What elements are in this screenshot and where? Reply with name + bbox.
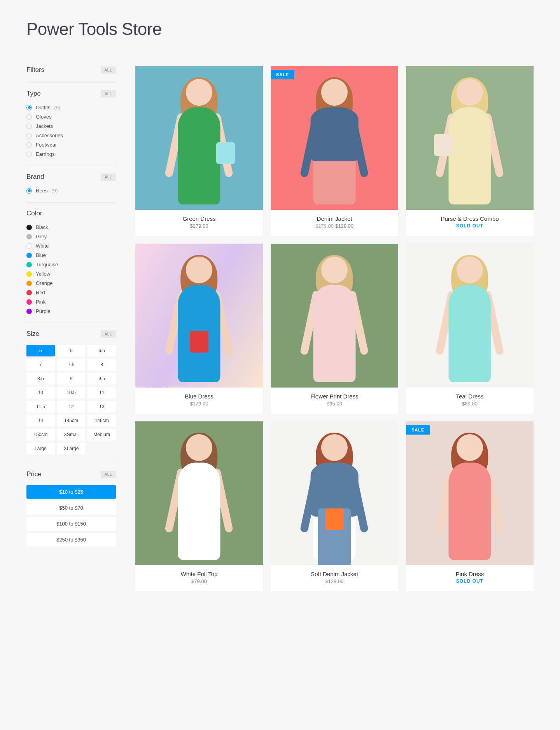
product-image xyxy=(271,244,398,388)
product-card[interactable]: Teal Dress$89.00 xyxy=(406,244,534,414)
size-option[interactable]: XSmall xyxy=(57,429,86,440)
color-heading: Color xyxy=(26,210,42,217)
size-option[interactable]: Medium xyxy=(88,429,116,440)
product-name: Soft Denim Jacket xyxy=(271,571,398,577)
product-price-value: $79.00 xyxy=(191,578,207,584)
product-image xyxy=(406,244,534,388)
size-option[interactable]: 10 xyxy=(26,387,55,398)
size-option[interactable]: 11.5 xyxy=(26,401,55,412)
size-option[interactable]: 14 xyxy=(26,415,55,426)
color-option-label: Grey xyxy=(36,234,47,239)
radio-icon xyxy=(26,142,32,148)
color-option[interactable]: Yellow xyxy=(26,271,116,277)
product-image xyxy=(406,66,534,210)
product-price-value: $129.00 xyxy=(335,223,354,229)
product-card[interactable]: Soft Denim Jacket$129.00 xyxy=(271,421,398,591)
product-name: White Frill Top xyxy=(135,571,263,577)
size-option[interactable]: 9 xyxy=(57,373,86,384)
product-image xyxy=(135,66,263,210)
size-option[interactable]: 8.5 xyxy=(26,373,55,384)
brand-option[interactable]: Rees(9) xyxy=(26,188,116,194)
size-option[interactable]: Large xyxy=(26,443,55,454)
price-all-button[interactable]: ALL xyxy=(101,471,116,478)
filters-heading: Filters xyxy=(26,66,44,74)
color-option-label: Orange xyxy=(36,280,52,286)
color-swatch-icon xyxy=(26,281,32,286)
product-card[interactable]: Purse & Dress ComboSOLD OUT xyxy=(406,66,534,236)
product-name: Pink Dress xyxy=(406,571,534,577)
color-option-label: Blue xyxy=(36,252,46,258)
size-option[interactable]: 11 xyxy=(88,387,116,398)
color-swatch-icon xyxy=(26,243,32,249)
filters-sidebar: Filters ALL Type ALL Outfits(9)GlovesJac… xyxy=(26,66,116,591)
color-option-label: Yellow xyxy=(36,271,50,277)
product-card[interactable]: Blue Dress$179.00 xyxy=(135,244,263,414)
type-option-label: Outfits xyxy=(36,105,51,110)
filters-all-button[interactable]: ALL xyxy=(101,66,116,74)
sold-out-label: SOLD OUT xyxy=(406,578,534,584)
product-card[interactable]: SALEDenim Jacket$279.00$129.00 xyxy=(271,66,398,236)
price-option[interactable]: $10 to $25 xyxy=(26,485,116,499)
color-option[interactable]: Blue xyxy=(26,252,116,258)
type-option[interactable]: Jackets xyxy=(26,123,116,129)
color-option-label: Black xyxy=(36,224,48,230)
radio-icon xyxy=(26,114,32,120)
size-option[interactable]: 9.5 xyxy=(88,373,116,384)
filter-section-size: Size ALL 566.577.588.599.51010.51111.512… xyxy=(26,323,116,463)
color-option[interactable]: Grey xyxy=(26,234,116,239)
size-heading: Size xyxy=(26,330,39,338)
brand-all-button[interactable]: ALL xyxy=(101,173,116,181)
radio-icon xyxy=(26,124,32,129)
filter-section-color: Color BlackGreyWhiteBlueTurquoiseYellowO… xyxy=(26,203,116,323)
color-option[interactable]: Pink xyxy=(26,299,116,305)
color-option[interactable]: Purple xyxy=(26,308,116,314)
sold-out-label: SOLD OUT xyxy=(406,223,534,229)
color-option[interactable]: Red xyxy=(26,290,116,295)
size-option[interactable]: 7 xyxy=(26,359,55,370)
type-heading: Type xyxy=(26,90,41,98)
size-option[interactable]: XLarge xyxy=(57,443,86,454)
price-option[interactable]: $50 to $70 xyxy=(26,501,116,515)
size-option[interactable]: 146cm xyxy=(88,415,116,426)
size-option[interactable]: 5 xyxy=(26,345,55,356)
price-option[interactable]: $250 to $350 xyxy=(26,533,116,547)
color-option[interactable]: Orange xyxy=(26,280,116,286)
size-option[interactable]: 7.5 xyxy=(57,359,86,370)
size-option[interactable]: 12 xyxy=(57,401,86,412)
product-card[interactable]: White Frill Top$79.00 xyxy=(135,421,263,591)
product-price: $79.00 xyxy=(135,578,263,584)
product-card[interactable]: Green Dress$279.00 xyxy=(135,66,263,236)
size-option[interactable]: 13 xyxy=(88,401,116,412)
product-grid: Green Dress$279.00SALEDenim Jacket$279.0… xyxy=(135,66,534,591)
product-card[interactable]: SALEPink DressSOLD OUT xyxy=(406,421,534,591)
size-option[interactable]: 6 xyxy=(57,345,86,356)
type-option[interactable]: Earrings xyxy=(26,151,116,157)
size-option[interactable]: 10.5 xyxy=(57,387,86,398)
product-card[interactable]: Flower Print Dress$95.00 xyxy=(271,244,398,414)
size-option[interactable]: 8 xyxy=(88,359,116,370)
type-option[interactable]: Footwear xyxy=(26,142,116,148)
product-price: $129.00 xyxy=(271,578,398,584)
size-option[interactable]: 6.5 xyxy=(88,345,116,356)
color-option-label: Pink xyxy=(36,299,46,305)
type-option-label: Jackets xyxy=(36,123,53,129)
type-all-button[interactable]: ALL xyxy=(101,90,116,98)
type-option[interactable]: Outfits(9) xyxy=(26,105,116,110)
price-option[interactable]: $100 to $150 xyxy=(26,517,116,531)
type-option-count: (9) xyxy=(54,105,61,110)
radio-icon xyxy=(26,188,32,194)
filter-section-brand: Brand ALL Rees(9) xyxy=(26,166,116,203)
type-option[interactable]: Gloves xyxy=(26,114,116,120)
size-option[interactable]: 145cm xyxy=(57,415,86,426)
color-swatch-icon xyxy=(26,309,32,314)
color-option[interactable]: White xyxy=(26,243,116,249)
product-price-value: $129.00 xyxy=(326,578,344,584)
brand-option-count: (9) xyxy=(51,188,58,194)
product-price: $179.00 xyxy=(135,401,263,407)
color-option[interactable]: Black xyxy=(26,224,116,230)
color-option[interactable]: Turquoise xyxy=(26,262,116,267)
size-all-button[interactable]: ALL xyxy=(101,330,116,338)
page-title: Power Tools Store xyxy=(26,19,534,39)
size-option[interactable]: 150cm xyxy=(26,429,55,440)
type-option[interactable]: Accessories xyxy=(26,133,116,138)
